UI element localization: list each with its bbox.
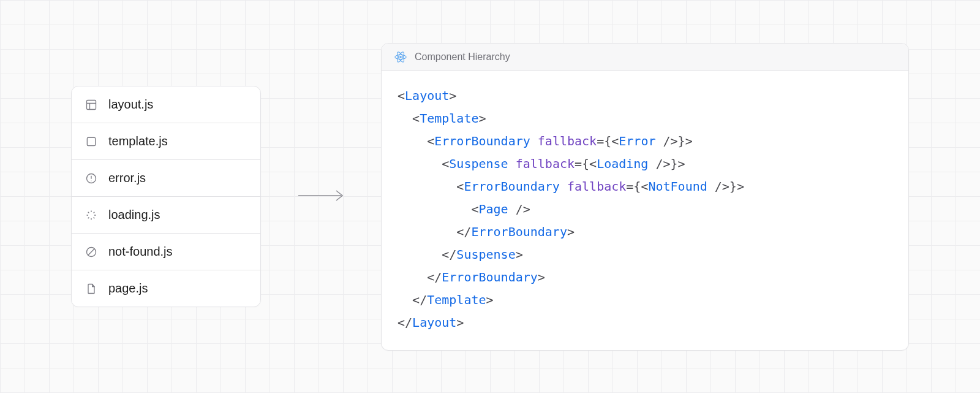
file-list: layout.js template.js error.js loading.j… [71,86,261,307]
square-icon [85,135,97,148]
file-name: template.js [108,134,168,148]
svg-point-4 [399,56,402,58]
file-name: page.js [108,281,148,296]
file-name: not-found.js [108,245,173,259]
code-panel-title: Component Hierarchy [415,52,510,63]
code-panel-header: Component Hierarchy [382,44,908,71]
alert-icon [85,172,97,185]
svg-rect-0 [87,100,96,109]
ban-icon [85,246,97,258]
file-page: page.js [72,270,260,307]
file-name: layout.js [108,97,153,112]
code-panel: Component Hierarchy <Layout> <Template> … [381,43,909,351]
file-error: error.js [72,160,260,197]
file-not-found: not-found.js [72,234,260,270]
file-icon [85,283,97,295]
code-body: <Layout> <Template> <ErrorBoundary fallb… [382,71,908,350]
file-template: template.js [72,123,260,160]
file-name: loading.js [108,208,160,222]
file-name: error.js [108,171,146,185]
spinner-icon [85,209,97,221]
layout-icon [85,99,97,111]
svg-rect-1 [87,137,95,145]
file-layout: layout.js [72,86,260,123]
file-loading: loading.js [72,197,260,234]
react-icon [394,50,407,64]
arrow-icon [296,188,345,205]
